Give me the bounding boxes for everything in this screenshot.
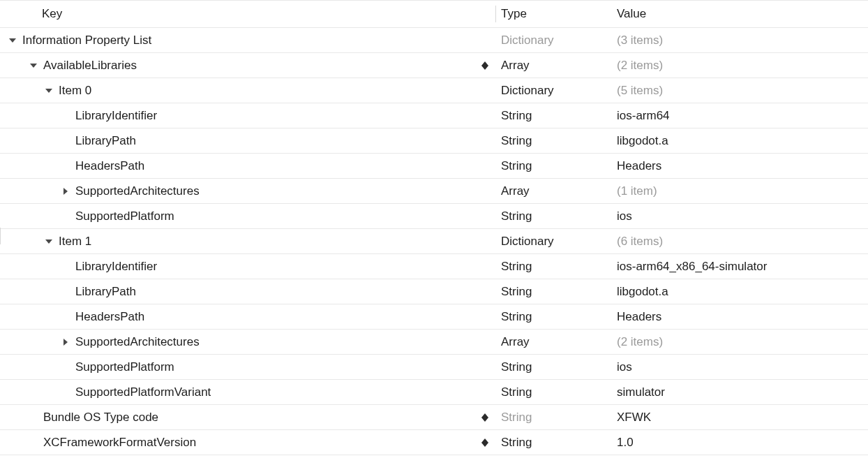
type-label: String (501, 411, 532, 424)
chevron-down-icon[interactable] (43, 236, 54, 247)
type-cell[interactable]: String (495, 310, 611, 324)
plist-row[interactable]: Bundle OS Type codeStringXFWK (0, 405, 868, 430)
plist-row[interactable]: SupportedArchitecturesArray(2 items) (0, 330, 868, 355)
type-cell[interactable]: Dictionary (495, 235, 611, 249)
disclosure-spacer (60, 110, 71, 121)
key-type-stepper[interactable] (480, 410, 490, 425)
key-cell[interactable]: Item 1 (0, 235, 495, 249)
value-cell[interactable]: Headers (611, 310, 868, 324)
key-cell[interactable]: LibraryPath (0, 285, 495, 299)
value-label: XFWK (617, 411, 651, 424)
plist-rows: Information Property ListDictionary(3 it… (0, 28, 868, 455)
type-cell[interactable]: String (495, 436, 611, 450)
chevron-down-icon[interactable] (28, 60, 39, 71)
column-header-type[interactable]: Type (495, 7, 611, 21)
type-label: Array (501, 184, 530, 198)
plist-row[interactable]: LibraryPathStringlibgodot.a (0, 128, 868, 154)
plist-row[interactable]: LibraryIdentifierStringios-arm64 (0, 103, 868, 128)
key-cell[interactable]: SupportedPlatform (0, 360, 495, 374)
value-cell[interactable]: (1 item) (611, 184, 868, 198)
plist-row[interactable]: SupportedArchitecturesArray(1 item) (0, 179, 868, 204)
plist-row[interactable]: SupportedPlatformStringios (0, 355, 868, 380)
key-label: LibraryPath (75, 285, 136, 299)
type-cell[interactable]: String (495, 109, 611, 123)
plist-row[interactable]: Information Property ListDictionary(3 it… (0, 28, 868, 53)
key-cell[interactable]: XCFrameworkFormatVersion (0, 436, 495, 450)
key-cell[interactable]: HeadersPath (0, 159, 495, 173)
chevron-right-icon[interactable] (60, 186, 71, 197)
key-type-stepper[interactable] (480, 58, 490, 73)
key-cell[interactable]: SupportedArchitectures (0, 335, 495, 349)
plist-row[interactable]: Item 0Dictionary(5 items) (0, 78, 868, 103)
key-label: SupportedArchitectures (75, 184, 200, 198)
value-cell[interactable]: ios (611, 209, 868, 223)
value-cell[interactable]: (5 items) (611, 84, 868, 98)
plist-row[interactable]: HeadersPathStringHeaders (0, 154, 868, 179)
value-cell[interactable]: (6 items) (611, 235, 868, 249)
type-cell[interactable]: Array (495, 184, 611, 198)
type-cell[interactable]: String (495, 360, 611, 374)
plist-row[interactable]: HeadersPathStringHeaders (0, 304, 868, 330)
value-cell[interactable]: (3 items) (611, 34, 868, 47)
key-cell[interactable]: Item 0 (0, 84, 495, 98)
chevron-down-icon[interactable] (43, 85, 54, 96)
plist-row[interactable]: Item 1Dictionary(6 items) (0, 229, 868, 254)
key-cell[interactable]: Bundle OS Type code (0, 411, 495, 425)
value-cell[interactable]: simulator (611, 385, 868, 399)
type-cell[interactable]: String (495, 134, 611, 148)
disclosure-spacer (60, 211, 71, 222)
key-label: XCFrameworkFormatVersion (43, 436, 196, 450)
value-cell[interactable]: ios (611, 360, 868, 374)
key-cell[interactable]: SupportedArchitectures (0, 184, 495, 198)
value-label: (2 items) (617, 59, 663, 72)
plist-row[interactable]: LibraryIdentifierStringios-arm64_x86_64-… (0, 254, 868, 279)
key-cell[interactable]: SupportedPlatformVariant (0, 385, 495, 399)
value-cell[interactable]: ios-arm64_x86_64-simulator (611, 260, 868, 274)
type-cell[interactable]: String (495, 285, 611, 299)
value-label: (2 items) (617, 335, 663, 348)
type-cell[interactable]: Dictionary (495, 34, 611, 47)
value-cell[interactable]: (2 items) (611, 335, 868, 349)
type-cell[interactable]: String (495, 159, 611, 173)
type-cell[interactable]: String (495, 209, 611, 223)
key-cell[interactable]: LibraryIdentifier (0, 109, 495, 123)
type-cell[interactable]: Array (495, 59, 611, 73)
key-cell[interactable]: LibraryPath (0, 134, 495, 148)
plist-row[interactable]: LibraryPathStringlibgodot.a (0, 279, 868, 304)
key-cell[interactable]: AvailableLibraries (0, 59, 495, 73)
key-cell[interactable]: LibraryIdentifier (0, 260, 495, 274)
value-label: (3 items) (617, 34, 663, 47)
value-cell[interactable]: 1.0 (611, 436, 868, 450)
column-header-key[interactable]: Key (0, 7, 495, 21)
chevron-right-icon[interactable] (60, 337, 71, 348)
type-cell[interactable]: String (495, 260, 611, 274)
value-cell[interactable]: libgodot.a (611, 134, 868, 148)
type-cell[interactable]: String (495, 385, 611, 399)
value-cell[interactable]: Headers (611, 159, 868, 173)
value-label: simulator (617, 385, 665, 399)
column-divider (495, 6, 496, 22)
key-cell[interactable]: Information Property List (0, 34, 495, 47)
value-cell[interactable]: (2 items) (611, 59, 868, 73)
value-label: 1.0 (617, 436, 634, 449)
plist-row[interactable]: SupportedPlatformStringios (0, 204, 868, 229)
value-label: libgodot.a (617, 285, 668, 298)
key-cell[interactable]: SupportedPlatform (0, 209, 495, 223)
key-cell[interactable]: HeadersPath (0, 310, 495, 324)
plist-row[interactable]: AvailableLibrariesArray(2 items) (0, 53, 868, 78)
type-cell[interactable]: String (495, 411, 611, 425)
type-cell[interactable]: Dictionary (495, 84, 611, 98)
value-cell[interactable]: XFWK (611, 411, 868, 425)
value-label: ios-arm64 (617, 109, 670, 122)
plist-row[interactable]: XCFrameworkFormatVersionString1.0 (0, 430, 868, 455)
column-header-value[interactable]: Value (611, 7, 868, 21)
value-label: (1 item) (617, 184, 657, 198)
value-cell[interactable]: ios-arm64 (611, 109, 868, 123)
type-cell[interactable]: Array (495, 335, 611, 349)
disclosure-spacer (60, 311, 71, 323)
chevron-down-icon[interactable] (7, 35, 18, 46)
plist-row[interactable]: SupportedPlatformVariantStringsimulator (0, 380, 868, 405)
value-cell[interactable]: libgodot.a (611, 285, 868, 299)
key-type-stepper[interactable] (480, 435, 490, 450)
value-label: (6 items) (617, 235, 663, 248)
